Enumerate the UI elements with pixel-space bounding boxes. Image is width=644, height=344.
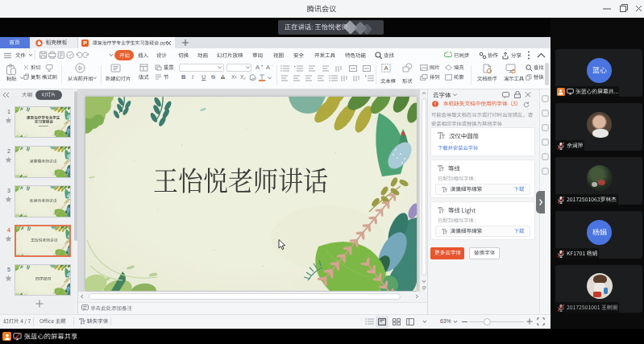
svg-text:A: A xyxy=(384,64,388,72)
